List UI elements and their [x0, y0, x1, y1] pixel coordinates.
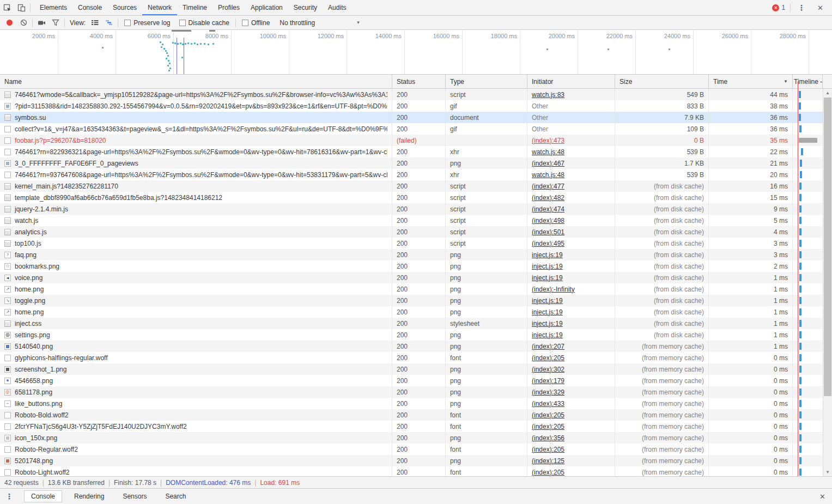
- table-row[interactable]: Roboto-Regular.woff2200font(index):205(f…: [0, 444, 823, 455]
- initiator-link[interactable]: (index):495: [532, 240, 564, 247]
- initiator-link[interactable]: (index):467: [532, 160, 564, 167]
- table-row[interactable]: inject.css200stylesheetinject.js:19(from…: [0, 318, 823, 329]
- initiator-link[interactable]: (index):-Infinity: [532, 286, 575, 293]
- drawer-tab-sensors[interactable]: Sensors: [116, 489, 153, 503]
- initiator-link[interactable]: (index):125: [532, 457, 564, 465]
- initiator-link[interactable]: inject.js:19: [532, 331, 563, 339]
- error-badge[interactable]: ✕ 1: [769, 4, 788, 11]
- table-row[interactable]: symbos.su200documentOther7.9 KB36 ms: [0, 112, 823, 123]
- initiator-link[interactable]: (index):329: [532, 388, 564, 396]
- table-row[interactable]: 2fcrYFNaTjcS6g4U3t-Y5ZjZjT5FdEJ140U2DJYC…: [0, 421, 823, 432]
- table-row[interactable]: ?pid=3115388&rid=1482358830.292-15545679…: [0, 100, 823, 112]
- table-row[interactable]: ⊛settings.png200pnginject.js:19(from dis…: [0, 329, 823, 341]
- initiator-link[interactable]: (index):205: [532, 446, 564, 453]
- tab-application[interactable]: Application: [245, 0, 288, 15]
- offline-checkbox[interactable]: Offline: [242, 19, 270, 27]
- table-row[interactable]: ●4546658.png200png(index):179(from memor…: [0, 375, 823, 386]
- initiator-link[interactable]: inject.js:19: [532, 274, 563, 282]
- table-row[interactable]: analytics.js200script(index):501(from di…: [0, 226, 823, 238]
- table-row[interactable]: ↘toggle.png200pnginject.js:19(from disk …: [0, 295, 823, 306]
- tab-elements[interactable]: Elements: [34, 0, 72, 15]
- drawer-close-icon[interactable]: ✕: [813, 493, 832, 501]
- scroll-down-icon[interactable]: ▼: [823, 468, 832, 476]
- table-row[interactable]: template_dbbf8990af6ab66cb76a659d1fb5e8b…: [0, 192, 823, 203]
- initiator-link[interactable]: (index):207: [532, 343, 564, 350]
- screenshot-camera-icon[interactable]: [34, 16, 48, 30]
- initiator-link[interactable]: (index):473: [532, 137, 564, 144]
- tab-timeline[interactable]: Timeline: [177, 0, 212, 15]
- disable-cache-checkbox[interactable]: Disable cache: [179, 19, 229, 27]
- scroll-up-icon[interactable]: ▲: [823, 89, 832, 97]
- table-row[interactable]: screenshot_1.png200png(index):302(from m…: [0, 363, 823, 375]
- table-row[interactable]: top100.js200script(index):495(from disk …: [0, 238, 823, 249]
- table-row[interactable]: 5201748.png200png(index):125(from memory…: [0, 455, 823, 466]
- scrollbar-thumb[interactable]: [824, 98, 831, 396]
- device-toolbar-icon[interactable]: [14, 1, 28, 15]
- initiator-link[interactable]: inject.js:19: [532, 297, 563, 305]
- vertical-scrollbar[interactable]: ▲ ▼: [823, 89, 832, 476]
- throttling-select[interactable]: No throttling ▼: [280, 19, 360, 27]
- initiator-link[interactable]: (index):433: [532, 400, 564, 408]
- table-row[interactable]: ↗home.png200png(index):-Infinity(from di…: [0, 283, 823, 295]
- record-button[interactable]: [2, 16, 16, 30]
- table-row[interactable]: jquery-2.1.4.min.js200script(index):474(…: [0, 203, 823, 215]
- initiator-link[interactable]: (index):205: [532, 411, 564, 419]
- initiator-link[interactable]: inject.js:19: [532, 263, 563, 270]
- initiator-link[interactable]: (index):179: [532, 377, 564, 385]
- inspect-element-icon[interactable]: [0, 1, 14, 15]
- initiator-link[interactable]: (index):205: [532, 469, 564, 476]
- table-row[interactable]: Roboto-Light.woff2200font(index):205(fro…: [0, 466, 823, 476]
- table-row[interactable]: ◎6581178.png200png(index):329(from memor…: [0, 386, 823, 398]
- tab-audits[interactable]: Audits: [323, 0, 351, 15]
- initiator-link[interactable]: (index):205: [532, 354, 564, 362]
- table-row[interactable]: ☆bookmarks.png200pnginject.js:19(from di…: [0, 260, 823, 272]
- list-view-icon[interactable]: [88, 16, 102, 30]
- initiator-link[interactable]: (index):498: [532, 217, 564, 224]
- initiator-link[interactable]: (index):205: [532, 423, 564, 430]
- tab-console[interactable]: Console: [72, 0, 107, 15]
- initiator-link[interactable]: (index):356: [532, 434, 564, 442]
- tab-profiles[interactable]: Profiles: [212, 0, 245, 15]
- column-header-status[interactable]: Status: [392, 75, 446, 88]
- column-header-name[interactable]: Name: [0, 75, 392, 88]
- table-row[interactable]: 746461?rn=822936321&page-url=https%3A%2F…: [0, 146, 823, 157]
- initiator-link[interactable]: (index):302: [532, 366, 564, 373]
- preserve-log-checkbox[interactable]: Preserve log: [124, 19, 170, 27]
- table-row[interactable]: 746461?rn=937647608&page-url=https%3A%2F…: [0, 169, 823, 180]
- drawer-tab-rendering[interactable]: Rendering: [68, 489, 111, 503]
- table-row[interactable]: ?faq.png200pnginject.js:19(from disk cac…: [0, 249, 823, 260]
- drawer-menu-icon[interactable]: ⋮: [0, 492, 19, 501]
- clear-button[interactable]: [16, 16, 31, 30]
- table-row[interactable]: −like_buttons.png200png(index):433(from …: [0, 398, 823, 409]
- tab-security[interactable]: Security: [288, 0, 323, 15]
- initiator-link[interactable]: (index):501: [532, 228, 564, 236]
- table-row[interactable]: kernel_main.js?1482352762281170200script…: [0, 180, 823, 192]
- table-row[interactable]: 746461?wmode=5&callback=_ymjsp105129282&…: [0, 89, 823, 100]
- initiator-link[interactable]: inject.js:19: [532, 320, 563, 327]
- initiator-link[interactable]: watch.js:48: [532, 171, 564, 179]
- tab-sources[interactable]: Sources: [107, 0, 142, 15]
- close-icon[interactable]: ✕: [811, 4, 830, 12]
- table-row[interactable]: 5140540.png200png(index):207(from memory…: [0, 341, 823, 352]
- timeline-overview[interactable]: 2000 ms4000 ms6000 ms8000 ms10000 ms1200…: [0, 30, 832, 75]
- initiator-link[interactable]: inject.js:19: [532, 251, 563, 259]
- table-row[interactable]: icon_150x.png200png(index):356(from memo…: [0, 432, 823, 444]
- initiator-link[interactable]: watch.js:83: [532, 91, 564, 99]
- column-header-initiator[interactable]: Initiator: [527, 75, 615, 88]
- initiator-link[interactable]: inject.js:19: [532, 308, 563, 316]
- filter-icon[interactable]: [48, 16, 63, 30]
- kebab-menu-icon[interactable]: ⋮: [792, 3, 811, 12]
- table-row[interactable]: collect?v=1&_v=j47&a=1635434363&t=pagevi…: [0, 123, 823, 135]
- table-row[interactable]: watch.js200script(index):498(from disk c…: [0, 215, 823, 226]
- waterfall-view-icon[interactable]: [102, 16, 116, 30]
- table-row[interactable]: glyphicons-halflings-regular.woff200font…: [0, 352, 823, 363]
- tab-network[interactable]: Network: [142, 0, 177, 15]
- initiator-link[interactable]: watch.js:48: [532, 148, 564, 156]
- column-header-time[interactable]: Time▼: [709, 75, 793, 88]
- table-row[interactable]: foobar.js?p=296207&b=818020(failed)(inde…: [0, 135, 823, 146]
- column-header-type[interactable]: Type: [446, 75, 527, 88]
- table-row[interactable]: ↗home.png200pnginject.js:19(from disk ca…: [0, 306, 823, 318]
- table-row[interactable]: ◀voice.png200pnginject.js:19(from disk c…: [0, 272, 823, 283]
- initiator-link[interactable]: (index):474: [532, 205, 564, 213]
- initiator-link[interactable]: (index):477: [532, 183, 564, 190]
